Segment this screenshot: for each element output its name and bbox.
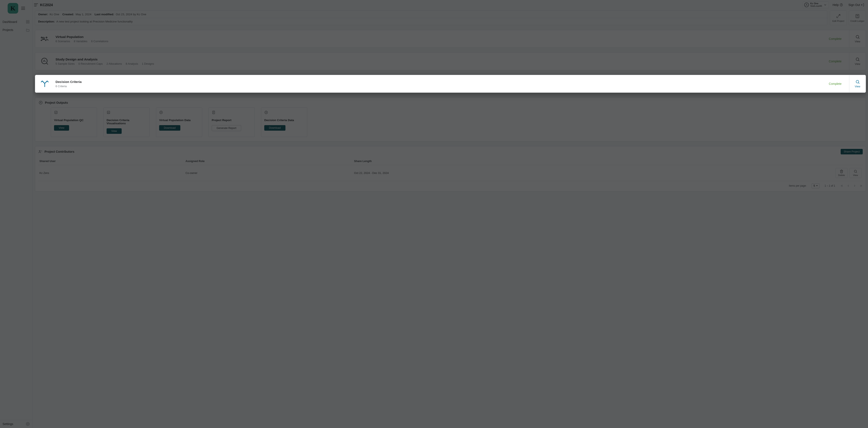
- meta-owner-value: Kc One: [50, 13, 59, 16]
- output-card: Virtual Population DataDownload: [156, 107, 202, 137]
- row-view-button[interactable]: View: [849, 168, 862, 178]
- analysis-icon: [40, 56, 50, 66]
- topbar: KC2024 Kc One StatLead45 Help: [33, 0, 868, 10]
- output-card-icon: [212, 111, 252, 115]
- output-card-icon: [106, 111, 147, 115]
- signout-icon: [861, 3, 864, 6]
- view-virtual-population-button[interactable]: View: [849, 30, 866, 48]
- svg-rect-3: [28, 22, 29, 23]
- project-contributors-panel: Project Contributors Share Project Share…: [35, 146, 866, 192]
- chevron-down-icon: [824, 3, 827, 6]
- svg-point-4: [27, 424, 28, 425]
- view-decision-criteria-button[interactable]: View: [849, 75, 866, 92]
- sidebar-item-dashboard[interactable]: Dashboard: [0, 18, 33, 26]
- page-menu-icon[interactable]: [34, 3, 38, 6]
- svg-line-19: [46, 63, 48, 64]
- project-outputs-panel: Project Outputs Virtual Population QCVie…: [35, 97, 866, 141]
- cell-shared-user: Kc Zero: [38, 165, 184, 181]
- trash-icon: [840, 169, 843, 173]
- signout-button[interactable]: Sign Out: [847, 1, 866, 8]
- meta-modified-value: Oct 23, 2024 by Kc One: [116, 13, 146, 16]
- brand-area: K: [0, 0, 33, 17]
- contributors-icon: [38, 149, 42, 154]
- table-header: Share Length: [353, 158, 642, 165]
- svg-line-26: [859, 83, 859, 84]
- status-badge: Complete: [829, 82, 844, 85]
- output-card-action-button[interactable]: View: [54, 125, 69, 131]
- meta-created-label: Created:: [62, 13, 74, 16]
- output-card-title: Virtual Population Data: [159, 119, 199, 122]
- meta-modified-label: Last modified:: [94, 13, 114, 16]
- pager-last-button[interactable]: [859, 184, 863, 188]
- output-card: Project ReportGenerate Report: [209, 107, 255, 137]
- section-virtual-population: Virtual Population 6 Scenarios 8 Variabl…: [35, 30, 866, 48]
- svg-point-16: [856, 35, 859, 38]
- meta-created-value: May 1, 2024: [76, 13, 91, 16]
- svg-line-45: [856, 172, 857, 173]
- section-title: Decision Criteria: [56, 80, 82, 84]
- output-card-icon: [264, 111, 304, 115]
- svg-point-13: [43, 37, 44, 39]
- sidebar-item-label: Settings: [3, 422, 13, 426]
- sidebar-nav: Dashboard Projects: [0, 17, 33, 34]
- sidebar-item-label: Projects: [3, 28, 13, 32]
- share-project-button[interactable]: Share Project: [841, 149, 863, 154]
- output-card-icon: [54, 111, 94, 115]
- output-card-action-button[interactable]: Download: [264, 125, 285, 131]
- section-subtitle: 5 Sample Sizes 0 Recruitment Caps 2 Allo…: [56, 62, 157, 65]
- meta-desc-label: Description:: [38, 20, 55, 23]
- output-card-title: Decision Criteria Data: [264, 119, 304, 122]
- help-button[interactable]: Help: [831, 1, 845, 8]
- view-study-design-button[interactable]: View: [849, 53, 866, 70]
- table-row: Kc ZeroCo-ownerOct 22, 2024 - Dec 31, 20…: [38, 165, 863, 181]
- user-menu[interactable]: Kc One StatLead45: [803, 1, 829, 8]
- svg-rect-28: [55, 111, 57, 114]
- row-delete-button[interactable]: Delete: [836, 168, 847, 178]
- user-name-block: Kc One StatLead45: [810, 2, 822, 7]
- status-badge: Complete: [829, 37, 844, 40]
- project-meta-row: Owner: Kc One Created: May 1, 2024 Last …: [35, 10, 866, 25]
- svg-point-23: [856, 58, 859, 61]
- output-card-action-button[interactable]: Download: [159, 125, 180, 131]
- pager-range: 1 – 1 of 1: [825, 184, 835, 187]
- contributors-table: Shared UserAssigned RoleShare Length Kc …: [38, 158, 863, 181]
- svg-point-25: [856, 80, 859, 83]
- pager-size-select[interactable]: 5: [812, 183, 819, 188]
- credit-ledger-button[interactable]: Credit Ledger: [849, 10, 866, 25]
- svg-point-44: [854, 170, 857, 172]
- collapse-sidebar-button[interactable]: [21, 7, 25, 10]
- magnify-icon: [854, 169, 858, 173]
- pager-next-button[interactable]: [853, 184, 856, 188]
- output-card-action-button[interactable]: View: [106, 128, 122, 134]
- magnify-icon: [855, 35, 860, 39]
- cell-share-length: Oct 22, 2024 - Dec 31, 2024: [353, 165, 642, 181]
- output-card: Decision Criteria DataDownload: [261, 107, 307, 137]
- output-card: Decision Criteria VisualisationsView: [103, 107, 150, 137]
- project-meta-bar: Owner: Kc One Created: May 1, 2024 Last …: [35, 10, 827, 25]
- svg-point-7: [841, 5, 841, 6]
- outputs-title: Project Outputs: [45, 101, 68, 104]
- dashboard-icon: [26, 20, 30, 24]
- cell-assigned-role: Co-owner: [184, 165, 353, 181]
- section-study-design: Study Design and Analysis 5 Sample Sizes…: [35, 52, 866, 70]
- pager-first-button[interactable]: [840, 184, 844, 188]
- section-subtitle: 6 Criteria: [56, 85, 82, 88]
- output-card-icon: [159, 111, 199, 115]
- sidebar-item-projects[interactable]: Projects: [0, 26, 33, 34]
- sidebar: K Dashboard Projects Settings: [0, 0, 33, 428]
- output-card-action-button[interactable]: Generate Report: [212, 125, 241, 131]
- table-header: Assigned Role: [184, 158, 353, 165]
- app-logo: K: [8, 3, 18, 13]
- svg-line-17: [859, 38, 859, 38]
- svg-rect-1: [28, 20, 29, 22]
- edit-project-button[interactable]: Edit Project: [830, 10, 847, 25]
- svg-point-41: [39, 150, 40, 151]
- branch-icon: [40, 79, 50, 89]
- svg-point-14: [46, 37, 47, 38]
- output-card-title: Virtual Population QC: [54, 119, 94, 122]
- edit-icon: [836, 14, 841, 19]
- pager-prev-button[interactable]: [846, 184, 850, 188]
- sidebar-item-label: Dashboard: [3, 20, 17, 24]
- sidebar-item-settings[interactable]: Settings: [0, 420, 33, 428]
- svg-rect-2: [26, 22, 27, 23]
